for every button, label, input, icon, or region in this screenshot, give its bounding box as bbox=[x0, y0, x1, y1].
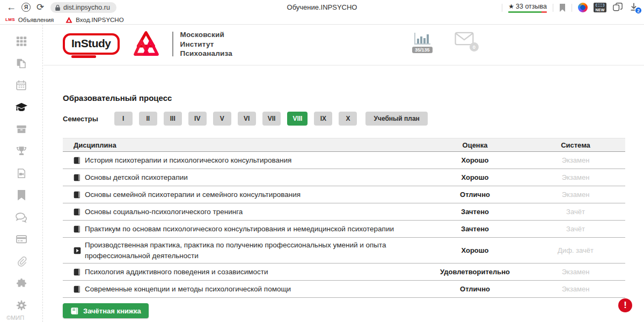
grade-value: Зачтено bbox=[424, 225, 526, 233]
sidebar-item-messages[interactable] bbox=[15, 211, 28, 223]
gradebook-button[interactable]: Зачётная книжка bbox=[63, 303, 149, 318]
book-icon bbox=[74, 286, 81, 293]
sidebar-item-achievements[interactable] bbox=[15, 145, 28, 157]
grade-value: Удовлетворительно bbox=[424, 268, 526, 276]
sidebar-item-attachments[interactable] bbox=[15, 255, 28, 267]
discipline-label: Производственная практика, практика по п… bbox=[85, 240, 407, 261]
sidebar-item-bookmarks[interactable] bbox=[15, 189, 28, 201]
screenshot-new-icon[interactable]: NEW bbox=[594, 3, 606, 12]
semester-button-3[interactable]: III bbox=[164, 112, 182, 126]
system-value: Зачёт bbox=[526, 225, 625, 233]
grade-value: Отлично bbox=[424, 191, 526, 199]
progress-stats[interactable]: 35/135 bbox=[412, 32, 433, 53]
semester-button-5[interactable]: V bbox=[213, 112, 231, 126]
gradebook-button-label: Зачётная книжка bbox=[83, 307, 141, 315]
sidebar-item-calendar[interactable] bbox=[15, 79, 28, 91]
downloads-icon[interactable]: 2 bbox=[629, 2, 640, 13]
book-icon bbox=[74, 268, 81, 276]
semester-button-7[interactable]: VII bbox=[262, 112, 281, 126]
brand-row: InStudy Московский Институт Психоа bbox=[63, 30, 232, 58]
page: ← Я ⟳ dist.inpsycho.ru Обучение.INPSYCHO… bbox=[0, 0, 644, 322]
table-row[interactable]: Психология аддиктивного поведения и соза… bbox=[63, 264, 625, 281]
system-value: Диф. зачёт bbox=[526, 246, 625, 254]
semester-button-10[interactable]: X bbox=[339, 112, 357, 126]
bookmark-login[interactable]: Вход.INPSYCHO bbox=[65, 17, 123, 23]
system-value: Экзамен bbox=[526, 156, 625, 164]
discipline-label: Современные концепции и методы психологи… bbox=[85, 284, 291, 295]
reviews-widget[interactable]: ★ 33 отзыва bbox=[508, 3, 547, 12]
semester-button-2[interactable]: II bbox=[139, 112, 157, 126]
gradebook-book-icon bbox=[70, 307, 79, 315]
mail-count-badge: 0 bbox=[470, 42, 479, 52]
bookmark-announcements[interactable]: LMS Объявления bbox=[5, 17, 54, 23]
progress-badge: 35/135 bbox=[412, 47, 433, 53]
mail-widget[interactable]: 0 bbox=[455, 32, 474, 48]
bookmark-flag-icon[interactable] bbox=[559, 4, 566, 12]
system-value: Зачёт bbox=[526, 208, 625, 216]
rating-bar bbox=[508, 11, 547, 13]
book-icon bbox=[74, 191, 81, 199]
graduation-cap-icon bbox=[15, 101, 28, 113]
extension-icon[interactable] bbox=[578, 3, 588, 12]
sidebar-item-modules[interactable] bbox=[15, 277, 28, 289]
chat-bubbles-icon bbox=[15, 212, 28, 223]
back-icon[interactable]: ← bbox=[6, 2, 16, 12]
institute-triangle-logo bbox=[130, 30, 162, 58]
semester-button-4[interactable]: IV bbox=[188, 112, 207, 126]
sidebar-item-documents[interactable] bbox=[15, 57, 28, 69]
url-text: dist.inpsycho.ru bbox=[63, 4, 110, 11]
book-icon bbox=[74, 157, 81, 164]
table-row[interactable]: Практикум по основам психологического ко… bbox=[63, 221, 625, 238]
table-row[interactable]: Основы детской психотерапии Хорошо Экзам… bbox=[63, 169, 625, 186]
grade-value: Зачтено bbox=[424, 208, 526, 216]
divider bbox=[43, 65, 644, 65]
table-row[interactable]: Производственная практика, практика по п… bbox=[63, 238, 625, 264]
table-row[interactable]: Современные концепции и методы психологи… bbox=[63, 281, 625, 298]
browser-profile-icon[interactable]: Я bbox=[21, 3, 31, 12]
discipline-label: Основы социально-психологического тренин… bbox=[85, 207, 243, 217]
instudy-logo[interactable]: InStudy bbox=[63, 33, 120, 55]
documents-icon bbox=[16, 57, 27, 69]
sidebar-item-education[interactable] bbox=[15, 101, 28, 113]
grid-icon bbox=[16, 35, 27, 47]
semester-button-1[interactable]: I bbox=[114, 112, 133, 126]
credit-card-icon bbox=[16, 233, 27, 245]
sidebar-item-settings[interactable] bbox=[15, 299, 28, 311]
reviews-count: 33 отзыва bbox=[516, 3, 547, 10]
grade-value: Хорошо bbox=[424, 173, 526, 181]
semester-button-6[interactable]: VI bbox=[238, 112, 256, 126]
paperclip-icon bbox=[16, 255, 27, 267]
video-file-icon bbox=[16, 167, 27, 179]
calendar-icon bbox=[16, 79, 27, 91]
system-value: Экзамен bbox=[526, 285, 625, 293]
new-label: NEW bbox=[594, 8, 606, 12]
curriculum-button[interactable]: Учебный план bbox=[365, 112, 427, 126]
sidebar-item-apps[interactable] bbox=[15, 35, 28, 47]
table-row[interactable]: История психотерапии и психологического … bbox=[63, 152, 625, 169]
star-icon: ★ bbox=[508, 3, 514, 10]
sidebar-item-payments[interactable] bbox=[15, 233, 28, 245]
collections-icon[interactable] bbox=[612, 3, 623, 12]
logo-stand bbox=[71, 55, 96, 58]
semester-selector: Семестры I II III IV V VI VII VIII IX X … bbox=[63, 112, 434, 126]
alert-icon[interactable]: ! bbox=[618, 298, 632, 312]
semester-button-9[interactable]: IX bbox=[314, 112, 332, 126]
table-row[interactable]: Основы социально-психологического тренин… bbox=[63, 203, 625, 221]
book-icon bbox=[74, 174, 81, 181]
system-value: Экзамен bbox=[526, 173, 625, 181]
sidebar-item-archive[interactable] bbox=[15, 123, 28, 135]
address-bar[interactable]: dist.inpsycho.ru bbox=[50, 2, 116, 13]
capture-frame-icon bbox=[596, 4, 604, 6]
gear-icon bbox=[16, 299, 27, 311]
sidebar-item-video[interactable] bbox=[15, 167, 28, 179]
table-row[interactable]: Основы семейной психотерапии и семейного… bbox=[63, 186, 625, 203]
refresh-icon[interactable]: ⟳ bbox=[36, 3, 44, 12]
institute-line: Институт bbox=[180, 40, 232, 49]
semester-button-8-active[interactable]: VIII bbox=[287, 112, 308, 126]
column-header-discipline: Дисциплина bbox=[63, 139, 424, 151]
column-header-system: Система bbox=[526, 141, 625, 149]
bar-chart-icon bbox=[413, 32, 431, 46]
grades-table: Дисциплина Оценка Система История психот… bbox=[63, 138, 625, 298]
lms-icon: LMS bbox=[5, 17, 15, 22]
book-icon bbox=[74, 208, 81, 216]
